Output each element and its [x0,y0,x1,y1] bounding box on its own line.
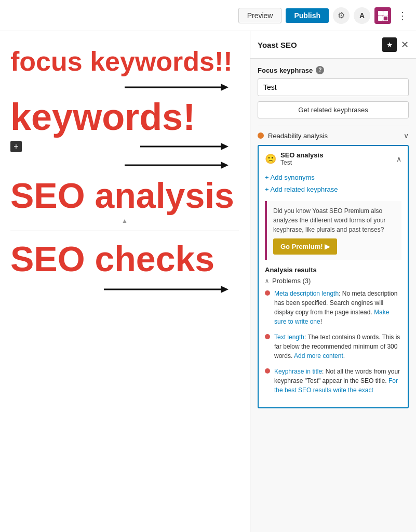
arrow-row-4 [10,282,239,297]
seo-section-header[interactable]: 🙁 SEO analysis Test ∧ [259,146,408,171]
problems-chevron-up: ∧ [265,277,269,284]
seo-section-title: SEO analysis [280,151,323,159]
seo-body: + Add synonyms + Add related keyphrase D… [259,171,408,407]
arrow-1 [10,79,239,95]
readability-row-left: Readability analysis [258,132,328,140]
problem-link-1[interactable]: Meta description length [274,290,339,297]
seo-analysis-text: SEO analysis [10,176,239,215]
svg-rect-2 [378,16,383,21]
close-button[interactable]: ✕ [401,39,409,50]
add-related-link[interactable]: + Add related keyphrase [265,183,401,195]
divider [10,231,239,231]
seo-chevron: ∧ [396,155,401,163]
seo-checks-text: SEO checks [10,240,239,278]
keywords-text: keywords! [10,98,239,136]
focus-keywords-text: focus keywords!! [10,47,239,76]
svg-rect-3 [383,16,388,21]
problems-label: Problems (3) [272,277,311,285]
problem-item-3: Keyphrase in title: Not all the words fr… [265,367,401,395]
publish-button[interactable]: Publish [286,8,329,23]
problem-item-1: Meta description length: No meta descrip… [265,289,401,326]
readability-dot [258,132,264,139]
gear-icon[interactable]: ⚙ [333,7,350,24]
seo-panel: Yoast SEO ★ ✕ Focus keyphrase ? Get rela… [250,31,416,532]
topbar: Preview Publish ⚙ A ⋮ [0,0,416,31]
seo-analysis-block: SEO analysis [10,157,239,215]
problem-text-1: Meta description length: No meta descrip… [274,289,401,326]
focus-keyphrase-label: Focus keyphrase ? [258,66,409,74]
problem-link-2b[interactable]: Add more content [294,352,343,360]
seo-section-subtitle: Test [280,159,323,166]
problem-item-2: Text length: The text contains 0 words. … [265,332,401,361]
add-synonyms-link[interactable]: + Add synonyms [265,171,401,183]
help-icon[interactable]: ? [316,66,324,74]
readability-label: Readability analysis [268,132,328,140]
problem-dot-3 [265,368,270,374]
readability-chevron: ∨ [404,131,409,140]
svg-marker-11 [221,286,229,293]
panel-header: Yoast SEO ★ ✕ [250,31,416,59]
star-button[interactable]: ★ [382,37,397,52]
related-keyphrases-button[interactable]: Get related keyphrases [258,101,409,118]
focus-keywords-block: focus keywords!! [10,47,239,95]
svg-marker-9 [221,162,229,169]
premium-callout: Did you know Yoast SEO Premium also anal… [265,201,401,260]
seo-checks-block: SEO checks [10,240,239,297]
problems-row[interactable]: ∧ Problems (3) [265,277,401,285]
problem-dot-2 [265,334,270,339]
arrow-3 [10,157,239,173]
problem-text-2: Text length: The text contains 0 words. … [274,332,401,361]
problem-link-3[interactable]: Keyphrase in title [274,368,322,375]
arrow-row-1 [10,79,239,95]
seo-smiley-icon: 🙁 [265,153,276,165]
panel-body: Focus keyphrase ? Get related keyphrases… [250,59,416,532]
problem-text-3: Keyphrase in title: Not all the words fr… [274,367,401,395]
panel-header-icons: ★ ✕ [382,37,409,52]
focus-keyphrase-input[interactable] [258,78,409,96]
seo-analysis-section: 🙁 SEO analysis Test ∧ + Add synonyms + A… [258,145,409,408]
preview-button[interactable]: Preview [238,8,282,23]
problem-dot-1 [265,290,270,296]
analysis-results-title: Analysis results [265,266,401,274]
svg-marker-5 [221,84,229,91]
keywords-block: keywords! + [10,98,239,154]
editor-content: focus keywords!! keywords! + [0,31,249,532]
go-premium-button[interactable]: Go Premium! ▶ [273,238,337,255]
premium-text: Did you know Yoast SEO Premium also anal… [273,206,395,234]
arrow-4 [10,282,239,297]
readability-row[interactable]: Readability analysis ∨ [258,126,409,145]
scroll-hint: ▲ [10,217,239,224]
archivist-icon[interactable]: A [354,7,370,24]
more-options-icon[interactable]: ⋮ [395,7,410,24]
arrow-row-2: + [10,139,239,154]
yoast-icon[interactable] [374,7,391,24]
arrow-row-3 [10,157,239,173]
plus-badge: + [10,141,22,152]
svg-rect-1 [383,11,388,16]
svg-marker-7 [221,143,229,150]
problem-link-2[interactable]: Text length [274,334,304,341]
svg-rect-0 [378,11,383,16]
panel-title: Yoast SEO [258,41,297,49]
arrow-2 [25,139,239,154]
